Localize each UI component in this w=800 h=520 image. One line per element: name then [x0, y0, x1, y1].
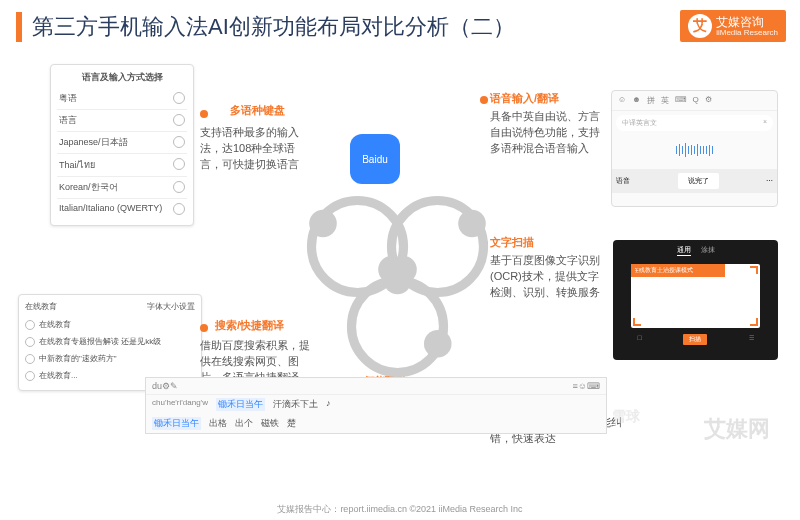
radio-icon — [173, 114, 185, 126]
feature-desc: 具备中英自由说、方言自由说特色功能，支持多语种混合语音输入 — [490, 108, 600, 156]
voice-input-field[interactable]: 中译英言文× — [616, 115, 773, 131]
search-row[interactable]: 在线教育专题报告解读 还是见kk级 — [25, 333, 195, 350]
edit-icon[interactable]: ✎ — [170, 381, 178, 391]
svg-point-8 — [424, 330, 452, 358]
voice-label: 语音 — [616, 176, 630, 186]
feature-desc: 支持语种最多的输入法，达108种全球语言，可快捷切换语言 — [200, 124, 310, 172]
accent-bar — [16, 12, 22, 42]
scan-button[interactable]: 扫描 — [683, 334, 707, 345]
tab[interactable]: 字体大小设置 — [147, 301, 195, 312]
feature-title: 搜索/快捷翻译 — [215, 317, 325, 333]
lang-row[interactable]: Thai/ไทย — [57, 154, 187, 177]
ime-candidate-bar: du ⚙ ✎ ≡ ☺ ⌨ chu'he'ri'dang'w 锄禾日当午 汗滴禾下… — [145, 377, 607, 434]
svg-point-1 — [309, 210, 337, 238]
keyboard-icon[interactable]: ⌨ — [587, 381, 600, 391]
lang-row[interactable]: Italian/Italiano (QWERTY) — [57, 199, 187, 219]
pinyin: chu'he'ri'dang'w — [152, 398, 208, 411]
feature-title: 文字扫描 — [490, 234, 600, 250]
lang-row[interactable]: Korean/한국어 — [57, 177, 187, 199]
lang-row[interactable]: 粤语 — [57, 88, 187, 110]
options-icon[interactable]: ⋯ — [766, 177, 773, 185]
logo-text: 艾媒咨询 — [716, 16, 778, 28]
candidate[interactable]: 锄禾日当午 — [216, 398, 265, 411]
voice-toolbar: ☺☻拼英⌨Q⚙ — [612, 91, 777, 111]
feature-title: 多语种键盘 — [230, 102, 340, 118]
candidate[interactable]: 汗滴禾下土 — [273, 398, 318, 411]
watermark: 艾媒网 — [704, 414, 770, 444]
camera-icon[interactable]: ☐ — [637, 334, 642, 345]
music-icon[interactable]: ♪ — [326, 398, 331, 411]
connector-dot — [200, 324, 208, 332]
ime-logo[interactable]: du — [152, 381, 162, 391]
svg-point-4 — [458, 210, 486, 238]
scanned-document: 在线教育士治授课模式 — [631, 264, 760, 328]
emoji-icon[interactable]: ☺ — [578, 381, 587, 391]
lang-row[interactable]: Japanese/日本語 — [57, 132, 187, 154]
tab[interactable]: 涂抹 — [701, 245, 715, 256]
feature-title: 语音输入/翻译 — [490, 90, 600, 106]
waveform-icon — [616, 135, 773, 165]
connector-dot — [480, 96, 488, 104]
close-icon[interactable]: × — [763, 118, 767, 125]
radio-icon — [173, 203, 185, 215]
watermark: 雪球 — [612, 408, 640, 426]
candidate[interactable]: 出格 — [209, 417, 227, 430]
candidate[interactable]: 出个 — [235, 417, 253, 430]
radio-icon — [173, 136, 185, 148]
doc-title: 在线教育士治授课模式 — [631, 264, 725, 277]
candidate[interactable]: 楚 — [287, 417, 296, 430]
feature-desc: 基于百度图像文字识别(OCR)技术，提供文字检测、识别、转换服务 — [490, 252, 600, 300]
footer: 艾媒报告中心：report.iimedia.cn ©2021 iiMedia R… — [0, 503, 800, 516]
mindmap-node — [340, 269, 455, 384]
candidate[interactable]: 磁铁 — [261, 417, 279, 430]
tab[interactable]: 在线教育 — [25, 301, 57, 312]
search-row[interactable]: 在线教育 — [25, 316, 195, 333]
radio-icon — [173, 92, 185, 104]
logo-subtext: iiMedia Research — [716, 28, 778, 37]
radio-icon — [173, 158, 185, 170]
voice-input-panel: ☺☻拼英⌨Q⚙ 中译英言文× 语音说完了⋯ — [611, 90, 778, 207]
language-panel: 语言及输入方式选择 粤语 语言 Japanese/日本語 Thai/ไทย Ko… — [50, 64, 194, 226]
content: 语言及输入方式选择 粤语 语言 Japanese/日本語 Thai/ไทย Ko… — [0, 54, 800, 474]
logo-mark: 艾 — [688, 14, 712, 38]
panel-title: 语言及输入方式选择 — [57, 71, 187, 84]
page-title: 第三方手机输入法AI创新功能布局对比分析（二） — [32, 12, 515, 42]
connector-dot — [200, 110, 208, 118]
svg-point-7 — [384, 269, 412, 294]
done-button[interactable]: 说完了 — [678, 173, 719, 189]
ocr-panel: 通用涂抹 在线教育士治授课模式 ☐扫描☰ — [613, 240, 778, 360]
candidate[interactable]: 锄禾日当午 — [152, 417, 201, 430]
lang-row[interactable]: 语言 — [57, 110, 187, 132]
tab[interactable]: 通用 — [677, 245, 691, 256]
list-icon[interactable]: ☰ — [749, 334, 754, 345]
brand-logo: 艾 艾媒咨询 iiMedia Research — [680, 10, 786, 42]
radio-icon — [173, 181, 185, 193]
search-row[interactable]: 中新教育的"速效药方" — [25, 350, 195, 367]
baidu-logo: Baidu — [350, 134, 400, 184]
settings-icon[interactable]: ⚙ — [162, 381, 170, 391]
